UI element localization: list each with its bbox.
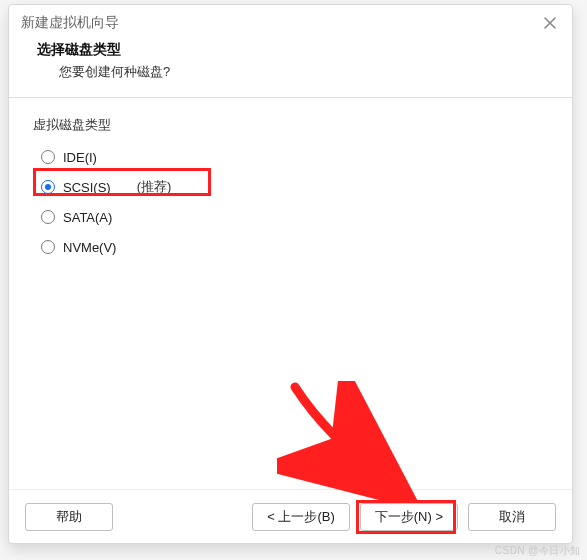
option-scsi[interactable]: SCSI(S) (推荐) — [41, 172, 548, 202]
group-label: 虚拟磁盘类型 — [33, 116, 548, 134]
radio-icon — [41, 150, 55, 164]
close-icon[interactable] — [540, 13, 560, 33]
titlebar: 新建虚拟机向导 — [9, 5, 572, 41]
watermark: CSDN @今日小知 — [495, 544, 581, 558]
option-label: IDE(I) — [63, 150, 97, 165]
option-sata[interactable]: SATA(A) — [41, 202, 548, 232]
recommended-tag: (推荐) — [137, 178, 172, 196]
page-title: 选择磁盘类型 — [37, 41, 560, 59]
footer: 帮助 < 上一步(B) 下一步(N) > 取消 — [9, 489, 572, 543]
button-label: 下一步(N) > — [375, 508, 443, 526]
disk-type-options: IDE(I) SCSI(S) (推荐) SATA(A) NVMe(V) — [33, 142, 548, 262]
help-button[interactable]: 帮助 — [25, 503, 113, 531]
radio-icon — [41, 210, 55, 224]
next-button[interactable]: 下一步(N) > — [360, 503, 458, 531]
option-nvme[interactable]: NVMe(V) — [41, 232, 548, 262]
option-ide[interactable]: IDE(I) — [41, 142, 548, 172]
radio-icon — [41, 180, 55, 194]
body: 虚拟磁盘类型 IDE(I) SCSI(S) (推荐) SATA(A) NVMe(… — [9, 98, 572, 489]
option-label: NVMe(V) — [63, 240, 116, 255]
header: 选择磁盘类型 您要创建何种磁盘? — [9, 41, 572, 91]
button-label: < 上一步(B) — [267, 508, 335, 526]
radio-icon — [41, 240, 55, 254]
dialog-title: 新建虚拟机向导 — [21, 14, 119, 32]
option-label: SATA(A) — [63, 210, 112, 225]
new-vm-wizard-dialog: 新建虚拟机向导 选择磁盘类型 您要创建何种磁盘? 虚拟磁盘类型 IDE(I) S… — [8, 4, 573, 544]
cancel-button[interactable]: 取消 — [468, 503, 556, 531]
option-label: SCSI(S) — [63, 180, 111, 195]
back-button[interactable]: < 上一步(B) — [252, 503, 350, 531]
button-label: 取消 — [499, 508, 525, 526]
button-label: 帮助 — [56, 508, 82, 526]
page-subtitle: 您要创建何种磁盘? — [59, 63, 560, 81]
